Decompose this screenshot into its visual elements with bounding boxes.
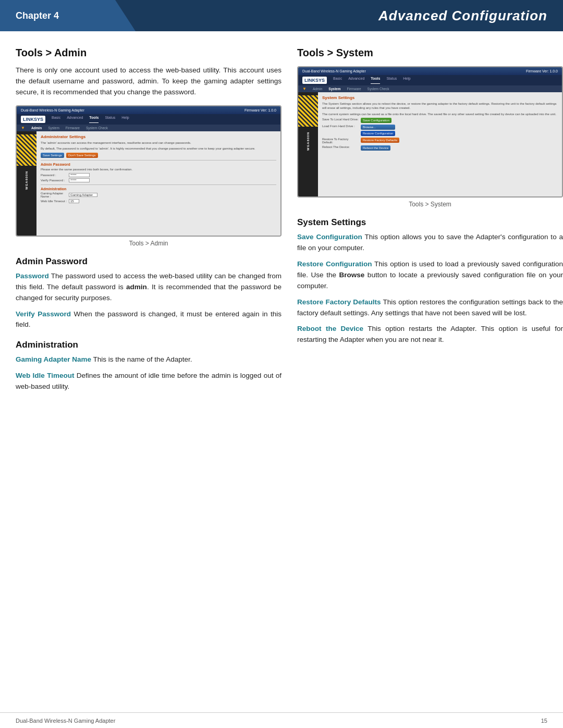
footer-product-name: Dual-Band Wireless-N Gaming Adapter (16, 718, 115, 724)
restore-factory-btn[interactable]: Restore Factory Defaults (361, 138, 399, 143)
linksys-system-firmware-ver: Firmware Ver: 1.0.0 (526, 69, 558, 73)
sys-nav-status: Status (386, 77, 397, 84)
sys-nav-tools: Tools (371, 77, 380, 84)
browse-bold: Browse (339, 271, 365, 279)
linksys-admin-main: Administrator Settings The 'admin' accou… (36, 131, 280, 236)
linksys-system-logo: LINKSYS (302, 77, 327, 84)
chapter-text: Chapter 4 (16, 10, 59, 21)
sys-nav-advanced: Advanced (348, 77, 364, 84)
linksys-system-sidebar: WGA600N (298, 92, 318, 196)
browse-btn[interactable]: Browse... (361, 125, 395, 130)
sys-subnav-system: System (328, 87, 340, 91)
divider2 (41, 184, 276, 185)
chapter-label: Chapter 4 (0, 0, 136, 31)
linksys-admin-body: WGA600N Administrator Settings The 'admi… (17, 131, 280, 236)
linksys-admin-nav: LINKSYS Basic Advanced Tools Status Help (17, 114, 280, 125)
admin-password-section-title: Admin Password (16, 256, 282, 267)
tools-admin-intro: There is only one account used to access… (16, 65, 282, 98)
verify-input[interactable]: ***** (69, 178, 90, 182)
tools-admin-caption: Tools > Admin (16, 240, 282, 247)
linksys-wga-label: WGA600N (25, 171, 28, 190)
restore-config-btn[interactable]: Restore Configuration (361, 131, 395, 136)
admin-text2: By default, The password is configured t… (41, 146, 276, 151)
title-text: Advanced Configuration (378, 8, 547, 24)
nav-basic: Basic (52, 116, 60, 123)
gaming-adapter-term: Gaming Adapter Name (16, 355, 91, 363)
admin-password-header: Admin Password (41, 163, 276, 166)
linksys-stripe (17, 134, 36, 166)
sys-subnav-admin: Admin (313, 87, 322, 91)
left-column: Tools > Admin There is only one account … (16, 47, 282, 398)
gaming-name-label: Gaming Adapter Name : (41, 192, 67, 198)
tools-system-caption: Tools > System (297, 201, 563, 208)
linksys-system-wga-label: WGA600N (307, 132, 310, 151)
restore-config-term: Restore Configuration (297, 260, 372, 268)
save-config-btn[interactable]: Save Configuration (361, 118, 391, 123)
subnav-arrow: ▼ (21, 126, 25, 130)
web-idle-label: Web Idle Timeout : (41, 200, 67, 203)
linksys-system-subnav: ▼ Admin System Firmware System Check (298, 85, 562, 92)
save-config-para: Save Configuration This option allows yo… (297, 232, 563, 254)
main-content: Tools > Admin There is only one account … (0, 31, 563, 413)
save-settings-btn[interactable]: Save Settings (41, 153, 64, 158)
linksys-admin-topbar: Dual-Band Wireless-N Gaming Adapter Firm… (17, 106, 280, 114)
footer-page-number: 15 (541, 718, 547, 724)
verify-label: Verify Password : (41, 179, 67, 182)
sys-subnav-systemcheck: System Check (368, 87, 389, 91)
administration-header: Administration (41, 187, 276, 191)
save-to-hd-label: Save To Local Hard Drive: (322, 118, 359, 121)
linksys-admin-subnav: ▼ Admin System Firmware System Check (17, 125, 280, 131)
restore-factory-term: Restore Factory Defaults (297, 298, 381, 306)
linksys-system-ui: Dual-Band Wireless-N Gaming Adapter Firm… (298, 67, 562, 196)
subnav-admin: Admin (31, 126, 42, 130)
admin-pass-instruction: Please enter the same password into both… (41, 167, 276, 171)
password-field-row: Password : ***** (41, 173, 276, 177)
page-footer: Dual-Band Wireless-N Gaming Adapter 15 (0, 712, 563, 728)
sys-nav-help: Help (403, 77, 410, 84)
system-section-header: System Settings (322, 95, 558, 100)
gaming-name-row: Gaming Adapter Name : Gaming Adapter (41, 192, 276, 198)
page-title: Advanced Configuration (136, 0, 563, 31)
dontsave-settings-btn[interactable]: Don't Save Settings (66, 153, 98, 158)
linksys-system-stripe (298, 95, 318, 127)
load-from-hd-row: Load From Hard Drive : Browse... Restore… (322, 125, 558, 136)
restore-factory-row: Restore To Factory Default: Restore Fact… (322, 138, 558, 144)
tools-system-title: Tools > System (297, 47, 563, 59)
password-input[interactable]: ***** (69, 173, 90, 177)
admin-btn-row: Save Settings Don't Save Settings (41, 153, 276, 158)
reboot-label: Reboot The Device: (322, 145, 359, 149)
verify-password-term: Verify Password (16, 310, 71, 318)
restore-config-para: Restore Configuration This option is use… (297, 259, 563, 292)
web-idle-input[interactable]: 15 (69, 199, 79, 203)
web-idle-term: Web Idle Timeout (16, 372, 74, 379)
gaming-name-input[interactable]: Gaming Adapter (69, 193, 97, 197)
linksys-sidebar: WGA600N (17, 131, 36, 236)
password-bold: admin (126, 283, 147, 291)
linksys-system-body: WGA600N System Settings The System Setti… (298, 92, 562, 196)
linksys-system-nav: LINKSYS Basic Advanced Tools Status Help (298, 75, 562, 85)
nav-advanced: Advanced (67, 116, 83, 123)
linksys-system-product-name: Dual-Band Wireless-N Gaming Adapter (302, 69, 366, 73)
reboot-btn[interactable]: Reboot the Device (361, 145, 390, 151)
right-column: Tools > System Dual-Band Wireless-N Gami… (297, 47, 563, 398)
system-text2: The current system settings can be saved… (322, 112, 558, 116)
system-text1: The System Settings section allows you t… (322, 102, 558, 110)
save-config-term: Save Configuration (297, 233, 362, 241)
sys-nav-basic: Basic (333, 77, 342, 84)
admin-text1: The 'admin' accounts can access the mana… (41, 141, 276, 145)
tools-admin-title: Tools > Admin (16, 47, 282, 59)
nav-tools: Tools (89, 116, 99, 123)
gaming-adapter-name-para: Gaming Adapter Name This is the name of … (16, 354, 282, 365)
verify-field-row: Verify Password : ***** (41, 178, 276, 182)
verify-password-para: Verify Password When the password is cha… (16, 309, 282, 331)
subnav-firmware: Firmware (66, 126, 80, 130)
restore-factory-para: Restore Factory Defaults This option res… (297, 297, 563, 319)
administration-section-title: Administration (16, 340, 282, 350)
linksys-system-main: System Settings The System Settings sect… (318, 92, 562, 196)
tools-admin-screenshot: Dual-Band Wireless-N Gaming Adapter Firm… (16, 105, 282, 237)
restore-factory-label: Restore To Factory Default: (322, 138, 359, 144)
linksys-firmware-ver: Firmware Ver: 1.0.0 (244, 108, 276, 112)
password-para: Password The password used to access the… (16, 271, 282, 304)
linksys-admin-ui: Dual-Band Wireless-N Gaming Adapter Firm… (17, 106, 280, 236)
web-idle-row: Web Idle Timeout : 15 (41, 199, 276, 203)
